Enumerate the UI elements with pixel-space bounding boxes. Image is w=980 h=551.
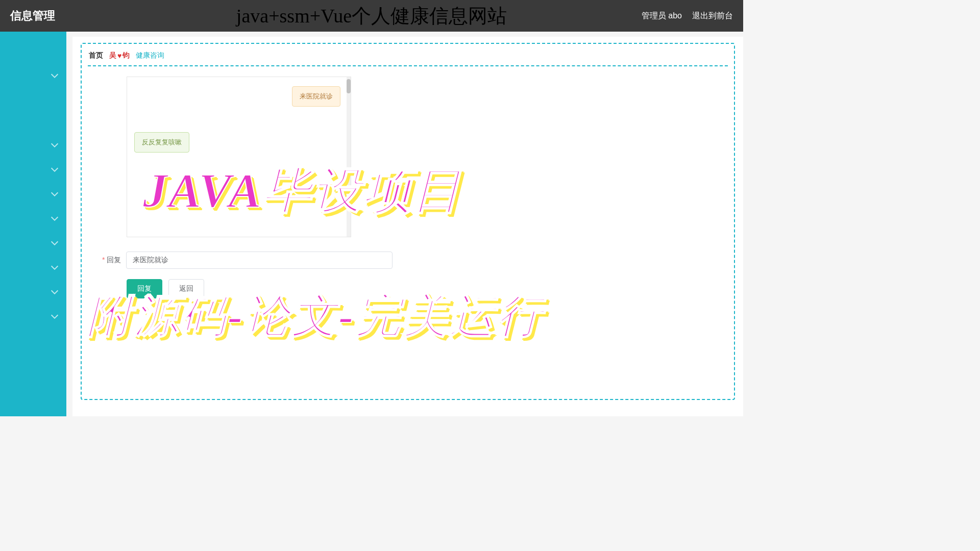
admin-label[interactable]: 管理员 abo (642, 11, 682, 21)
sidebar-item-0[interactable] (0, 62, 66, 87)
chat-message-outgoing: 来医院就诊 (292, 86, 340, 107)
sidebar-item-6[interactable] (0, 254, 66, 279)
sidebar (0, 32, 66, 416)
sidebar-item-5[interactable] (0, 230, 66, 254)
chevron-down-icon (51, 140, 58, 147)
sidebar-item-2[interactable] (0, 156, 66, 181)
breadcrumb-user[interactable]: 吴 ♥ 钧 (109, 51, 130, 60)
chevron-down-icon (51, 214, 58, 221)
layout: 首页 吴 ♥ 钧 健康咨询 来医院就诊 反反复复咳嗽 *回复 (0, 32, 743, 416)
button-row: 回复 返回 (127, 279, 728, 298)
breadcrumb-current: 健康咨询 (136, 51, 164, 60)
sidebar-item-1[interactable] (0, 132, 66, 156)
reply-label: *回复 (102, 256, 121, 265)
logout-link[interactable]: 退出到前台 (692, 11, 733, 21)
chevron-down-icon (51, 71, 58, 78)
back-button[interactable]: 返回 (168, 279, 204, 298)
chevron-down-icon (51, 312, 58, 319)
scrollbar-thumb[interactable] (347, 79, 351, 93)
chevron-down-icon (51, 238, 58, 245)
sidebar-item-8[interactable] (0, 303, 66, 328)
chat-message-incoming: 反反复复咳嗽 (134, 132, 189, 153)
sidebar-item-3[interactable] (0, 181, 66, 205)
heart-icon: ♥ (117, 52, 121, 60)
breadcrumb-home[interactable]: 首页 (89, 51, 103, 60)
chevron-down-icon (51, 287, 58, 294)
required-mark: * (102, 256, 105, 264)
reply-form-row: *回复 (102, 252, 728, 269)
header-right: 管理员 abo 退出到前台 (642, 11, 733, 21)
chevron-down-icon (51, 263, 58, 270)
breadcrumb: 首页 吴 ♥ 钧 健康咨询 (88, 49, 728, 66)
chat-scrollbar[interactable] (347, 77, 351, 237)
video-title-overlay: java+ssm+Vue个人健康信息网站 (230, 0, 513, 32)
chevron-down-icon (51, 165, 58, 172)
content-panel: 首页 吴 ♥ 钧 健康咨询 来医院就诊 反反复复咳嗽 *回复 (81, 43, 735, 400)
chevron-down-icon (51, 189, 58, 196)
reply-label-text: 回复 (107, 256, 121, 264)
sidebar-item-4[interactable] (0, 205, 66, 230)
chat-panel: 来医院就诊 反反复复咳嗽 (127, 77, 351, 237)
user-suffix: 钧 (122, 51, 130, 60)
app-title: 信息管理 (10, 8, 55, 23)
reply-input[interactable] (126, 252, 393, 269)
main-content: 首页 吴 ♥ 钧 健康咨询 来医院就诊 反反复复咳嗽 *回复 (72, 37, 743, 416)
sidebar-item-7[interactable] (0, 279, 66, 303)
reply-button[interactable]: 回复 (127, 279, 162, 298)
user-prefix: 吴 (109, 51, 116, 60)
